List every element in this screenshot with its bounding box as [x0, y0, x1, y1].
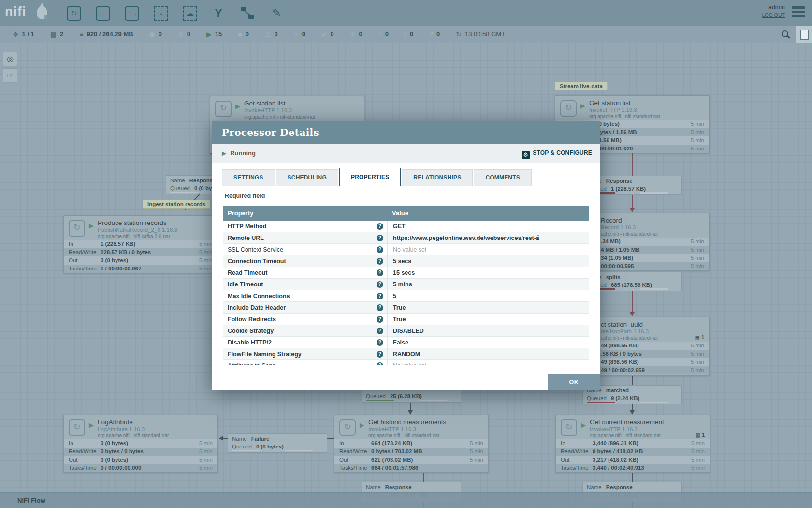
processor-name: Record [601, 217, 622, 224]
refresh-icon[interactable]: ↻ [456, 30, 462, 38]
drag-label-button[interactable]: ✎ [266, 3, 287, 23]
drag-output-port-button[interactable]: → [121, 3, 142, 23]
connection-label-failure[interactable]: NameFailure Queued0 (0 bytes) [228, 433, 327, 453]
processor-type-icon: ↻ [339, 419, 356, 436]
operate-palette-button[interactable]: ☞ [3, 68, 17, 83]
stat-not-transmitting: ⊘0 [178, 30, 190, 38]
tab-settings[interactable]: SETTINGS [222, 169, 275, 186]
info-icon[interactable]: i [537, 232, 539, 244]
help-icon[interactable]: ? [377, 223, 383, 230]
connection-arrow [630, 312, 635, 316]
help-icon[interactable]: ? [377, 304, 383, 311]
help-icon[interactable]: ? [377, 339, 383, 346]
help-icon[interactable]: ? [377, 269, 383, 276]
stat-row: In1 (228.57 KB)5 min [64, 240, 218, 248]
sync-alert-icon: ! [405, 30, 406, 38]
tab-comments[interactable]: COMMENTS [474, 169, 532, 186]
help-icon[interactable]: ? [377, 328, 383, 334]
threads-icon: ▦ [50, 30, 57, 38]
processor-name: Get station list [589, 99, 631, 106]
processor-name: Get current measurement [590, 418, 664, 426]
breadcrumb[interactable]: NiFi Flow [17, 497, 45, 504]
ok-button[interactable]: OK [548, 374, 600, 390]
canvas-label[interactable]: Ingest station records [143, 200, 210, 209]
processor-bundle: org.apache.nifi - nifi-standard-nar [368, 433, 439, 438]
help-icon[interactable]: ? [377, 362, 383, 365]
processor-get-historic-measurements[interactable]: ↻ ▶ Get historic measurements InvokeHTTP… [334, 415, 489, 473]
processor-logattribute[interactable]: ↻ ▶ LogAttribute LogAttribute 1.16.3 org… [63, 415, 218, 473]
help-icon[interactable]: ? [377, 246, 383, 253]
drag-process-group-button[interactable]: ▫ [150, 3, 171, 23]
stat-transmitting: ◉0 [149, 30, 162, 38]
stat-row: Out621 (703.02 MB)5 min [334, 456, 488, 464]
processor-type-icon: ↻ [560, 100, 577, 117]
thread-count-badge: ▦ 1 [695, 432, 705, 438]
table-row: Cookie Strategy?DISABLED [223, 325, 589, 337]
stop-and-configure-button[interactable]: ⚙STOP & CONFIGURE [522, 149, 592, 159]
drag-processor-button[interactable]: ↻ [63, 3, 84, 23]
tab-scheduling[interactable]: SCHEDULING [276, 169, 338, 186]
drag-template-button[interactable] [237, 3, 258, 23]
drag-remote-process-group-button[interactable]: ☁ [179, 3, 200, 23]
help-icon[interactable]: ? [377, 293, 383, 299]
help-icon[interactable]: ? [377, 281, 383, 288]
sync-unknown-icon: ? [429, 30, 433, 38]
stat-running: ▶15 [206, 30, 222, 38]
processor-type-icon: ↻ [561, 419, 577, 436]
processor-produce-station-records[interactable]: ↻ ▶ Produce station records PublishKafka… [63, 215, 218, 273]
run-status-icon: ▶ [89, 421, 94, 429]
table-row-clipped: Attributes to Send?No value set [223, 360, 589, 365]
stat-row: In664 (173.24 KB)5 min [334, 439, 488, 448]
global-menu-button[interactable] [792, 6, 805, 19]
help-icon[interactable]: ? [377, 351, 383, 358]
stat-row: Read/Write0 bytes / 418.02 KB5 min [556, 448, 710, 456]
processor-bundle: org.apache.nifi - nifi-standard-nar [98, 433, 169, 438]
help-icon[interactable]: ? [377, 316, 383, 323]
stat-locally-modified: ✳0 [350, 30, 362, 38]
running-icon: ▶ [206, 30, 212, 38]
queue-fill-bar [170, 192, 198, 193]
search-button[interactable] [775, 26, 796, 43]
processor-type: InvokeHTTP 1.16.3 [368, 426, 416, 432]
table-row: HTTP Method?GET [223, 221, 589, 232]
tab-properties[interactable]: PROPERTIES [339, 168, 401, 186]
stat-row: Tasks/Time1 / 00:00:00.0675 min [64, 265, 218, 273]
navigate-palette-button[interactable]: ◎ [3, 52, 17, 66]
help-icon[interactable]: ? [377, 235, 383, 241]
dialog-status-bar: ▶Running ⚙STOP & CONFIGURE [212, 144, 600, 163]
queued-icon: ≡ [79, 30, 83, 38]
table-header: Property Value [223, 206, 589, 221]
logout-link[interactable]: LOG OUT [762, 12, 785, 18]
stat-row: Read/Write0 bytes / 703.02 MB5 min [334, 448, 488, 456]
table-row: Connection Timeout?5 secs [223, 255, 589, 267]
table-row: FlowFile Naming Strategy?RANDOM [223, 348, 589, 360]
processor-icon: ↻ [67, 6, 81, 21]
queue-size-bar [640, 288, 668, 290]
processor-type: LogAttribute 1.16.3 [98, 426, 145, 432]
queue-fill-bar [587, 402, 615, 403]
connection-arrow [630, 208, 635, 212]
dialog-tabs: SETTINGS SCHEDULING PROPERTIES RELATIONS… [212, 168, 600, 186]
canvas-label[interactable]: Stream live-data [555, 82, 608, 90]
stat-cluster: ❖1 / 1 [13, 30, 34, 38]
required-field-label: Required field [225, 193, 265, 199]
processor-get-current-measurement[interactable]: ↻ ▶ Get current measurement InvokeHTTP 1… [555, 415, 710, 473]
label-pencil-icon: ✎ [272, 6, 281, 19]
table-row: Include Date Header?True [223, 302, 589, 314]
cluster-icon: ❖ [13, 30, 19, 38]
processor-type: InvokeHTTP 1.16.3 [589, 107, 637, 113]
table-row: Read Timeout?15 secs [223, 267, 589, 279]
birdseye-toggle-button[interactable] [796, 26, 812, 43]
connection-arrow [219, 436, 223, 441]
stat-row: Tasks/Time664 / 00:01:57.986 [334, 464, 488, 472]
drag-funnel-button[interactable]: Y [208, 3, 229, 23]
processor-bundle: org.apache.nifi - nifi-standard-nar [590, 433, 661, 438]
stat-up-to-date: ✔0 [321, 30, 334, 38]
tab-relationships[interactable]: RELATIONSHIPS [402, 169, 473, 186]
output-arrow-icon: → [130, 9, 138, 17]
stat-row: Out0 (0 bytes)5 min [64, 256, 218, 265]
status-bar: ❖1 / 1 ▦2 ≡920 / 264.29 MB ◉0 ⊘0 ▶15 ■0 … [0, 26, 812, 43]
drag-input-port-button[interactable]: → [92, 3, 113, 23]
help-icon[interactable]: ? [377, 258, 383, 265]
gear-icon: ⚙ [522, 151, 530, 159]
